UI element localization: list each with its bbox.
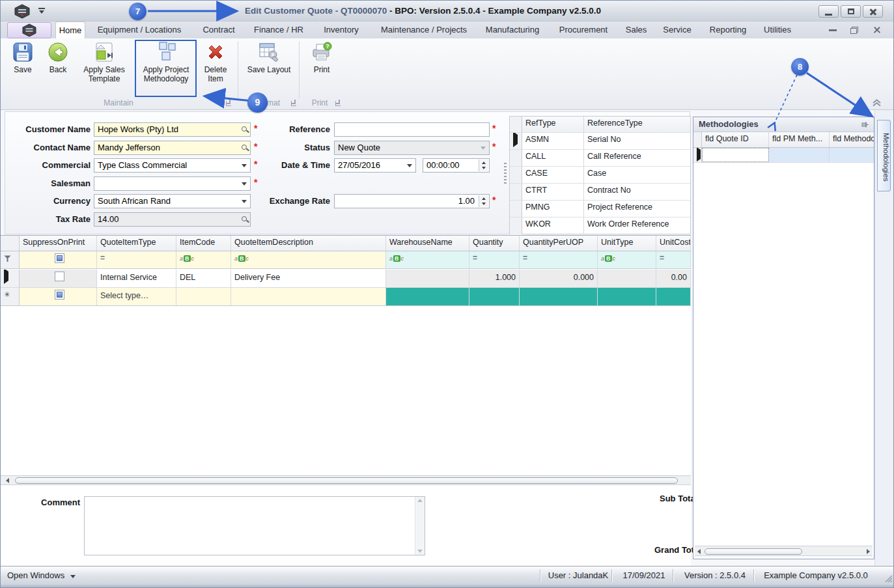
abc-filter-icon[interactable]: aBc <box>601 255 615 262</box>
currency-dropdown[interactable]: South African Rand <box>94 194 251 208</box>
tab-service[interactable]: Service <box>658 21 696 38</box>
abc-filter-icon[interactable]: aBc <box>234 255 249 262</box>
column-header-unitcost[interactable]: UnitCost <box>656 236 691 251</box>
tab-contract[interactable]: Contract <box>194 21 244 38</box>
cell-quantityperuop[interactable]: 0.000 <box>520 270 598 287</box>
new-item-row[interactable]: ✳ Select type… <box>1 288 691 306</box>
print-button[interactable]: ? Print <box>304 41 339 74</box>
back-button[interactable]: Back <box>42 41 74 74</box>
comment-input[interactable] <box>84 496 425 555</box>
column-header-quoteitemdescription[interactable]: QuoteItemDescription <box>231 236 386 251</box>
customer-name-field[interactable]: Hope Works (Pty) Ltd <box>94 122 251 137</box>
equals-filter-icon[interactable]: = <box>100 253 105 262</box>
search-icon[interactable] <box>242 216 247 221</box>
salesman-dropdown[interactable] <box>94 176 251 191</box>
scroll-left-icon[interactable] <box>697 549 701 554</box>
chevron-down-icon[interactable] <box>404 160 415 171</box>
date-field[interactable]: 27/05/2016 <box>334 158 416 173</box>
chevron-down-icon[interactable] <box>239 195 249 207</box>
new-cell-itemcode[interactable] <box>176 288 231 305</box>
close-button[interactable] <box>863 5 883 18</box>
column-header-warehousename[interactable]: WarehouseName <box>386 236 469 251</box>
spinner-up-icon[interactable] <box>482 197 486 200</box>
table-row[interactable]: WKOR Work Order Reference <box>510 217 690 234</box>
tab-inventory[interactable]: Inventory <box>316 21 367 38</box>
tab-sales[interactable]: Sales <box>622 21 650 38</box>
table-row[interactable]: Internal Service DEL Delivery Fee 1.000 … <box>1 270 691 288</box>
scroll-down-icon[interactable] <box>417 550 423 553</box>
save-layout-button[interactable]: Save Layout <box>243 41 295 74</box>
reference-field[interactable] <box>334 122 490 137</box>
tab-reporting[interactable]: Reporting <box>705 21 751 38</box>
save-button[interactable]: Save <box>7 41 38 74</box>
cell-unitcost[interactable]: 0.00 <box>656 270 691 287</box>
tab-utilities[interactable]: Utilities <box>759 21 796 38</box>
mdi-close-button[interactable] <box>873 26 881 34</box>
column-header-fld-methodo[interactable]: fld Methodo <box>830 132 874 147</box>
methodologies-cell-pm-meth[interactable] <box>769 148 830 162</box>
filter-itemcode[interactable]: aBc <box>176 251 231 268</box>
column-header-suppressonprint[interactable]: SuppressOnPrint <box>20 236 97 251</box>
pin-icon[interactable] <box>861 121 869 129</box>
methodologies-dock-tab[interactable]: Methodologies <box>877 120 891 191</box>
tab-home[interactable]: Home <box>55 21 85 38</box>
table-row[interactable]: CALL Call Reference <box>510 150 690 167</box>
filter-unittype[interactable]: aBc <box>598 251 656 268</box>
new-cell-quoteitemtype[interactable]: Select type… <box>97 288 176 305</box>
methodologies-hscrollbar[interactable] <box>695 546 873 556</box>
tax-rate-field[interactable]: 14.00 <box>94 212 251 227</box>
new-cell-quoteitemdescription[interactable] <box>231 288 386 305</box>
filter-quantityperuop[interactable]: = <box>520 251 598 268</box>
methodologies-panel-header[interactable]: Methodologies <box>693 117 874 132</box>
chevron-down-icon[interactable] <box>239 178 249 189</box>
column-header-referencetype[interactable]: ReferenceType <box>584 117 690 132</box>
cell-unittype[interactable] <box>598 270 656 287</box>
collapse-panel-chevron-icon[interactable] <box>871 98 882 107</box>
new-cell-quantity[interactable] <box>469 288 520 305</box>
mdi-minimize-button[interactable] <box>829 21 837 38</box>
filter-row[interactable]: = aBc aBc aBc = = aBc = <box>1 251 691 269</box>
dialog-launcher-icon[interactable] <box>291 101 296 106</box>
search-icon[interactable] <box>242 126 247 132</box>
resize-grip-icon[interactable] <box>884 574 893 583</box>
cell-warehousename[interactable] <box>386 270 469 287</box>
status-dropdown[interactable]: New Quote <box>334 141 490 155</box>
dialog-launcher-icon[interactable] <box>335 101 341 106</box>
apply-sales-template-button[interactable]: Apply Sales Template <box>76 41 132 83</box>
splitter-grip[interactable] <box>504 163 507 185</box>
new-cell-warehousename[interactable] <box>386 288 469 305</box>
dialog-launcher-icon[interactable] <box>226 101 231 106</box>
chevron-down-icon[interactable] <box>239 160 249 171</box>
checkbox-unchecked-icon[interactable] <box>55 272 64 281</box>
filter-quoteitemtype[interactable]: = <box>97 251 176 268</box>
exchange-rate-field[interactable]: 1.00 <box>334 194 490 208</box>
equals-filter-icon[interactable]: = <box>660 253 664 262</box>
table-row[interactable]: CTRT Contract No <box>510 184 690 201</box>
checkbox-indeterminate-icon[interactable] <box>55 290 64 300</box>
cell-suppressonprint[interactable] <box>20 270 97 287</box>
cell-itemcode[interactable]: DEL <box>176 270 231 287</box>
equals-filter-icon[interactable]: = <box>523 253 527 262</box>
spinner-down-icon[interactable] <box>482 167 486 169</box>
tab-manufacturing[interactable]: Manufacturing <box>481 21 544 38</box>
open-windows-dropdown[interactable]: Open Windows <box>7 570 76 580</box>
spinner-up-icon[interactable] <box>482 161 486 164</box>
new-cell-suppressonprint[interactable] <box>20 288 97 305</box>
exchange-rate-spinner[interactable] <box>479 195 488 207</box>
time-field[interactable]: 00:00:00 <box>423 158 490 173</box>
column-header-unittype[interactable]: UnitType <box>598 236 656 251</box>
tab-finance-hr[interactable]: Finance / HR <box>249 21 308 38</box>
contact-name-field[interactable]: Mandy Jefferson <box>94 141 251 155</box>
scroll-right-icon[interactable] <box>867 549 870 554</box>
qat-dropdown-icon[interactable] <box>38 8 45 9</box>
application-menu-button[interactable] <box>7 22 51 38</box>
tab-maintenance-projects[interactable]: Maintenance / Projects <box>374 21 473 38</box>
filter-quantity[interactable]: = <box>469 251 520 268</box>
new-cell-quantityperuop[interactable] <box>520 288 598 305</box>
table-row[interactable]: PMNG Project Reference <box>510 201 690 217</box>
column-header-quoteitemtype[interactable]: QuoteItemType <box>97 236 176 251</box>
methodologies-cell-methodo[interactable] <box>830 148 874 162</box>
methodologies-new-row[interactable] <box>693 148 874 163</box>
tab-equipment-locations[interactable]: Equipment / Locations <box>91 21 188 38</box>
abc-filter-icon[interactable]: aBc <box>389 255 404 262</box>
